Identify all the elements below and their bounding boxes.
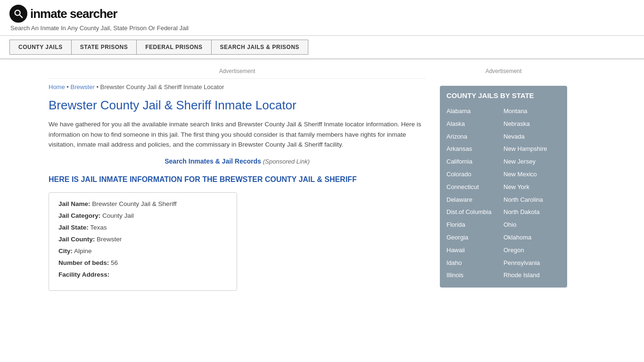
sidebar-ad: Advertisement: [440, 64, 567, 78]
jail-city-row: City: Alpine: [58, 247, 227, 255]
jail-name-row: Jail Name: Brewster County Jail & Sherif…: [58, 200, 227, 207]
state-link[interactable]: Nebraska: [504, 118, 561, 131]
jail-beds-label: Number of beds:: [58, 259, 109, 266]
svg-line-1: [19, 15, 22, 17]
state-link[interactable]: Arkansas: [446, 143, 504, 156]
state-link[interactable]: North Carolina: [504, 194, 561, 206]
jail-info-box: Jail Name: Brewster County Jail & Sherif…: [49, 192, 237, 291]
state-link[interactable]: Illinois: [446, 269, 504, 282]
page-title: Brewster County Jail & Sheriff Inmate Lo…: [49, 98, 426, 113]
jail-beds-row: Number of beds: 56: [58, 259, 227, 266]
jail-category-row: Jail Category: County Jail: [58, 212, 227, 219]
content-area: Advertisement Home • Brewster • Brewster…: [39, 59, 435, 300]
jail-category-label: Jail Category:: [58, 212, 100, 219]
sponsored-note-text: (Sponsored Link): [263, 158, 310, 165]
jail-state-label: Jail State:: [58, 224, 89, 231]
jail-beds-value: 56: [111, 259, 118, 266]
sponsored-link-area: Search Inmates & Jail Records (Sponsored…: [49, 157, 426, 165]
jail-county-value: Brewster: [97, 236, 122, 243]
nav-state-prisons[interactable]: STATE PRISONS: [71, 40, 137, 55]
jail-category-value: County Jail: [102, 212, 134, 219]
jail-address-label: Facility Address:: [58, 271, 109, 278]
state-link[interactable]: Oklahoma: [504, 231, 561, 244]
nav-county-jails[interactable]: COUNTY JAILS: [9, 40, 72, 55]
main-layout: Advertisement Home • Brewster • Brewster…: [39, 59, 605, 300]
jail-name-value: Brewster County Jail & Sheriff: [92, 200, 176, 207]
jail-state-row: Jail State: Texas: [58, 224, 227, 231]
state-list-title: COUNTY JAILS BY STATE: [446, 91, 561, 99]
breadcrumb-sep2: •: [96, 83, 100, 90]
sidebar: Advertisement COUNTY JAILS BY STATE Alab…: [435, 59, 577, 300]
state-link[interactable]: Colorado: [446, 168, 504, 181]
description-text: We have gathered for you all the availab…: [49, 119, 426, 150]
jail-state-value: Texas: [90, 224, 107, 231]
nav-federal-prisons[interactable]: FEDERAL PRISONS: [136, 40, 211, 55]
state-link[interactable]: Connecticut: [446, 181, 504, 194]
state-col-right: MontanaNebraskaNevadaNew HampshireNew Je…: [504, 105, 561, 282]
jail-address-row: Facility Address:: [58, 271, 227, 278]
breadcrumb-sep1: •: [66, 83, 70, 90]
breadcrumb: Home • Brewster • Brewster County Jail &…: [49, 83, 426, 90]
state-col-left: AlabamaAlaskaArizonaArkansasCaliforniaCo…: [446, 105, 504, 282]
state-link[interactable]: Delaware: [446, 194, 504, 206]
state-link[interactable]: Arizona: [446, 131, 504, 143]
state-link[interactable]: Georgia: [446, 231, 504, 244]
nav-bar: COUNTY JAILS STATE PRISONS FEDERAL PRISO…: [0, 36, 644, 59]
info-heading: HERE IS JAIL INMATE INFORMATION FOR THE …: [49, 174, 426, 185]
jail-name-label: Jail Name:: [58, 200, 91, 207]
state-link[interactable]: New Jersey: [504, 156, 561, 168]
header: inmate searcher Search An Inmate In Any …: [0, 0, 644, 36]
breadcrumb-current: Brewster County Jail & Sheriff Inmate Lo…: [100, 83, 224, 90]
state-link[interactable]: Alaska: [446, 118, 504, 131]
ad-bar-top: Advertisement: [49, 64, 426, 79]
state-link[interactable]: North Dakota: [504, 206, 561, 219]
state-link[interactable]: New Hampshire: [504, 143, 561, 156]
state-link[interactable]: Dist.of Columbia: [446, 206, 504, 219]
nav-search-jails[interactable]: SEARCH JAILS & PRISONS: [211, 40, 308, 55]
state-link[interactable]: Montana: [504, 105, 561, 118]
state-link[interactable]: Florida: [446, 219, 504, 231]
state-link[interactable]: Hawaii: [446, 244, 504, 257]
state-link[interactable]: Pennsylvania: [504, 257, 561, 270]
jail-county-label: Jail County:: [58, 236, 95, 243]
state-list-box: COUNTY JAILS BY STATE AlabamaAlaskaArizo…: [440, 86, 567, 288]
state-link[interactable]: Alabama: [446, 105, 504, 118]
logo-text: inmate searcher: [30, 7, 117, 21]
logo-area: inmate searcher: [9, 5, 635, 23]
breadcrumb-brewster[interactable]: Brewster: [71, 83, 95, 90]
tagline: Search An Inmate In Any County Jail, Sta…: [10, 25, 635, 32]
state-link[interactable]: California: [446, 156, 504, 168]
jail-county-row: Jail County: Brewster: [58, 236, 227, 243]
state-link[interactable]: Oregon: [504, 244, 561, 257]
state-link[interactable]: Nevada: [504, 131, 561, 143]
jail-city-label: City:: [58, 247, 73, 255]
state-link[interactable]: New Mexico: [504, 168, 561, 181]
jail-city-value: Alpine: [74, 247, 92, 255]
state-link[interactable]: Ohio: [504, 219, 561, 231]
logo-icon: [9, 5, 27, 23]
state-link[interactable]: New York: [504, 181, 561, 194]
state-link[interactable]: Idaho: [446, 257, 504, 270]
breadcrumb-home[interactable]: Home: [49, 83, 65, 90]
state-columns: AlabamaAlaskaArizonaArkansasCaliforniaCo…: [446, 105, 561, 282]
state-link[interactable]: Rhode Island: [504, 269, 561, 282]
sponsored-link[interactable]: Search Inmates & Jail Records: [165, 157, 261, 165]
